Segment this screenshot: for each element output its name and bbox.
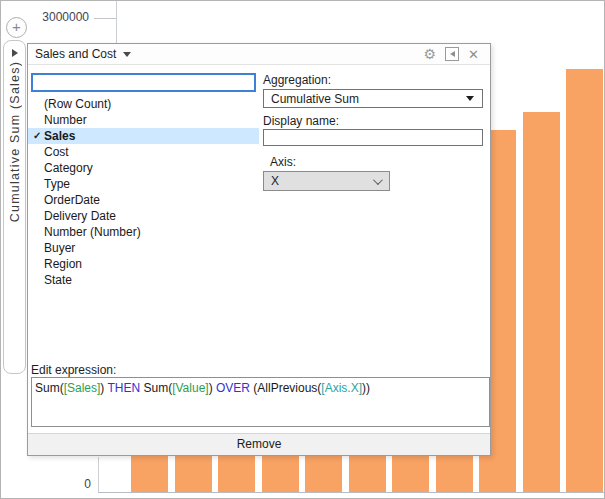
column-list-item-label: State <box>44 273 72 287</box>
column-list-item[interactable]: Cost <box>28 144 259 160</box>
column-list-item[interactable]: Number <box>28 112 259 128</box>
column-list-item-label: Region <box>44 257 82 271</box>
aggregation-label: Aggregation: <box>263 73 331 87</box>
column-list-item-label: Cost <box>44 145 69 159</box>
column-list-item-label: Number (Number) <box>44 225 141 239</box>
edit-expression-label: Edit expression: <box>31 363 116 377</box>
column-list-item-label: (Row Count) <box>44 97 111 111</box>
expression-editor[interactable]: Sum([Sales]) THEN Sum([Value]) OVER (All… <box>31 377 490 427</box>
column-list-item[interactable]: ✓Sales <box>28 128 259 144</box>
x-axis-baseline <box>98 492 604 493</box>
expression-token-column: [Sales] <box>64 381 101 395</box>
aggregation-value: Cumulative Sum <box>271 92 359 106</box>
popup-title: Sales and Cost <box>35 47 116 61</box>
axis-dropdown[interactable]: X <box>263 171 390 191</box>
expression-token-default: Sum( <box>35 381 64 395</box>
y-axis-line-top-segment <box>116 1 117 43</box>
y-axis-selector-tab[interactable]: Cumulative Sum (Sales) <box>3 40 26 374</box>
column-list: (Row Count)Number✓SalesCostCategoryTypeO… <box>28 96 259 288</box>
y-axis-line-bottom-segment <box>98 457 99 492</box>
spotfire-visualization-window: 3000000 0 + Cumulative Sum (Sales) Sales… <box>0 0 605 499</box>
axis-selector-popup: Sales and Cost ⚙ ✕ (Row Count)Number✓Sal… <box>27 43 491 456</box>
column-list-item-label: Delivery Date <box>44 209 116 223</box>
column-list-item[interactable]: Delivery Date <box>28 208 259 224</box>
y-axis-tick-label-zero: 0 <box>1 477 91 491</box>
column-list-item[interactable]: State <box>28 272 259 288</box>
column-list-item[interactable]: Category <box>28 160 259 176</box>
column-list-item[interactable]: Number (Number) <box>28 224 259 240</box>
column-list-item[interactable]: OrderDate <box>28 192 259 208</box>
gear-icon[interactable]: ⚙ <box>424 47 437 61</box>
display-name-label: Display name: <box>263 114 339 128</box>
remove-button[interactable]: Remove <box>28 433 490 455</box>
column-list-item[interactable]: Buyer <box>28 240 259 256</box>
arrow-right-icon <box>12 49 18 57</box>
add-button[interactable]: + <box>6 17 27 38</box>
column-list-item-label: Buyer <box>44 241 75 255</box>
popup-header: Sales and Cost ⚙ ✕ <box>28 44 490 65</box>
expression-token-default: Sum( <box>140 381 172 395</box>
chevron-down-icon <box>373 175 383 185</box>
plus-icon: + <box>12 18 21 35</box>
column-list-item[interactable]: Region <box>28 256 259 272</box>
y-axis-tick-mark <box>94 18 116 19</box>
dropdown-arrow-icon <box>466 96 474 101</box>
column-list-item[interactable]: Type <box>28 176 259 192</box>
column-search-input[interactable] <box>31 73 256 92</box>
expression-token-axis: [Axis.X] <box>321 381 362 395</box>
expression-token-column: [Value] <box>172 381 208 395</box>
popout-icon[interactable] <box>445 47 459 61</box>
display-name-input[interactable] <box>263 129 483 146</box>
column-list-item-label: Category <box>44 161 93 175</box>
check-icon: ✓ <box>33 128 41 144</box>
expression-token-default: (AllPrevious( <box>250 381 321 395</box>
close-icon[interactable]: ✕ <box>468 48 479 61</box>
column-list-item-label: Number <box>44 113 87 127</box>
axis-value: X <box>271 174 279 188</box>
expression-token-default: ) <box>209 381 216 395</box>
aggregation-dropdown[interactable]: Cumulative Sum <box>263 89 483 108</box>
column-list-item[interactable]: (Row Count) <box>28 96 259 112</box>
bar[interactable] <box>566 69 603 492</box>
expression-token-keyword: THEN <box>107 381 140 395</box>
expression-token-keyword: OVER <box>216 381 250 395</box>
column-selector-dropdown[interactable]: Sales and Cost <box>35 47 131 61</box>
chevron-down-icon <box>123 52 131 57</box>
column-list-item-label: OrderDate <box>44 193 100 207</box>
column-list-item-label: Type <box>44 177 70 191</box>
column-list-item-label: Sales <box>44 129 75 143</box>
axis-label: Axis: <box>270 155 296 169</box>
bar[interactable] <box>523 112 560 492</box>
y-axis-selector-label: Cumulative Sum (Sales) <box>8 61 22 222</box>
expression-token-default: )) <box>362 381 370 395</box>
popout-arrow-icon <box>450 51 455 57</box>
